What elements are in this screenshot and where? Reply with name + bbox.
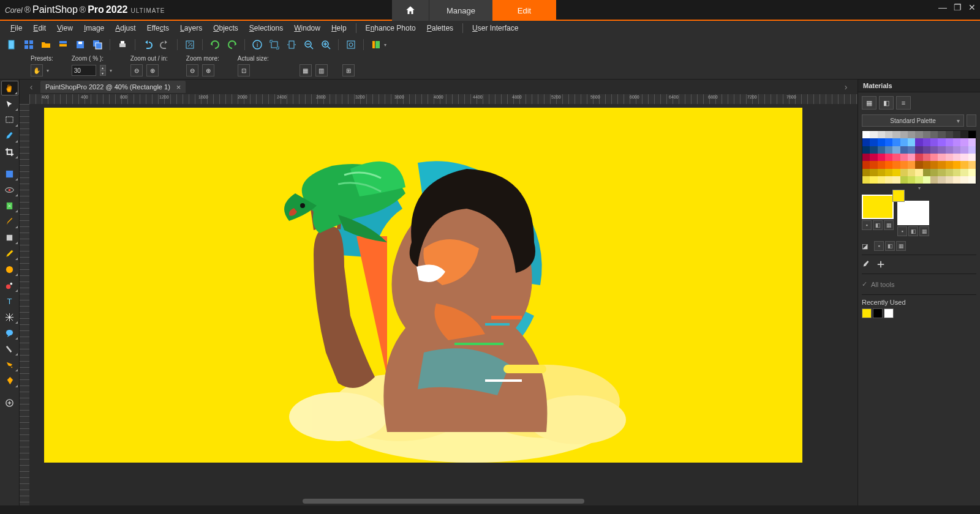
swatch[interactable] [915, 146, 922, 154]
swatch[interactable] [915, 169, 922, 176]
ruler-horizontal[interactable]: 4004008001200160020002400280032003600400… [29, 94, 858, 104]
fit-all-button[interactable]: ▥ [315, 64, 328, 76]
swatch[interactable] [878, 176, 885, 184]
menu-user-interface[interactable]: User Interface [467, 22, 524, 34]
gradient-tool[interactable] [1, 166, 18, 181]
swatch[interactable] [862, 146, 870, 154]
save-as-button[interactable] [91, 38, 104, 51]
swatch[interactable] [878, 154, 885, 161]
undo-button[interactable] [141, 38, 154, 51]
swatch[interactable] [878, 169, 885, 176]
close-button[interactable]: ✕ [968, 3, 976, 12]
swatch[interactable] [878, 161, 885, 168]
swatch[interactable] [915, 161, 922, 168]
add-swatch-icon[interactable] [876, 260, 885, 269]
swatch[interactable] [900, 169, 908, 176]
swatch[interactable] [862, 138, 870, 146]
add-tool-button[interactable] [1, 395, 18, 410]
swatch[interactable] [960, 169, 968, 176]
canvas[interactable] [44, 108, 802, 463]
swatch[interactable] [915, 176, 922, 184]
swatch[interactable] [892, 146, 900, 154]
swatch[interactable] [938, 146, 945, 154]
swatch[interactable] [930, 154, 938, 161]
zoom-in-step-button[interactable]: ⊕ [146, 64, 159, 76]
swatch[interactable] [946, 131, 953, 138]
workspace-button[interactable] [369, 38, 383, 51]
pan-tool[interactable] [1, 81, 18, 95]
fill-tool[interactable] [1, 230, 18, 245]
redo-history-button[interactable] [225, 38, 239, 51]
swatch[interactable] [885, 176, 892, 184]
swatch[interactable] [938, 161, 945, 168]
swatch[interactable] [885, 146, 892, 154]
swatch[interactable] [900, 176, 908, 184]
fit-image-button[interactable]: ⊞ [342, 64, 355, 76]
airbrush-tool[interactable] [1, 357, 18, 372]
materials-slider-icon[interactable]: ≡ [896, 96, 911, 110]
swatch[interactable] [870, 131, 877, 138]
swatch[interactable] [946, 176, 953, 184]
pencil-tool[interactable] [1, 246, 18, 261]
zoom-more-out-button[interactable]: ⊖ [186, 64, 198, 76]
redo-button[interactable] [158, 38, 172, 51]
swatch[interactable] [968, 161, 976, 168]
swatch[interactable] [885, 161, 892, 168]
preset-dropdown[interactable]: ▾ [47, 68, 49, 73]
all-tools-toggle[interactable]: ✓All tools [862, 278, 976, 291]
canvas-viewport[interactable] [29, 104, 858, 496]
swatch[interactable] [900, 154, 908, 161]
menu-image[interactable]: Image [78, 22, 110, 34]
swatch[interactable] [908, 176, 915, 184]
swatch[interactable] [892, 176, 900, 184]
document-tab[interactable]: PaintShopPro 2022 @ 40% (Rectangle 1) × [40, 81, 186, 93]
swatch[interactable] [953, 161, 960, 168]
bucket-tool[interactable] [1, 373, 18, 388]
swatch[interactable] [900, 146, 908, 154]
recent-swatch[interactable] [873, 308, 883, 318]
misc-3[interactable]: ▦ [896, 241, 906, 251]
undo-history-button[interactable] [208, 38, 222, 51]
zoom-in-button[interactable] [319, 38, 333, 51]
eyedropper-icon[interactable] [862, 260, 870, 269]
resize-button[interactable] [183, 38, 197, 51]
swatch[interactable] [870, 161, 877, 168]
horizontal-scrollbar[interactable] [29, 497, 858, 505]
info-button[interactable]: i [251, 38, 264, 51]
swatch[interactable] [946, 146, 953, 154]
swatch[interactable] [953, 154, 960, 161]
menu-objects[interactable]: Objects [208, 22, 244, 34]
fit-width-button[interactable] [285, 38, 298, 51]
swatch[interactable] [930, 146, 938, 154]
pick-tool[interactable] [1, 97, 18, 111]
swatch[interactable] [862, 176, 870, 184]
redeye-tool[interactable] [1, 182, 18, 197]
recent-swatch[interactable] [862, 308, 872, 318]
bg-style-pattern[interactable]: ▦ [919, 226, 929, 236]
selection-tool[interactable] [1, 113, 18, 127]
swatch[interactable] [923, 146, 930, 154]
zoom-more-in-button[interactable]: ⊕ [202, 64, 214, 76]
swatch[interactable] [923, 154, 930, 161]
menu-view[interactable]: View [51, 22, 78, 34]
swatch[interactable] [892, 138, 900, 146]
swatch[interactable] [938, 138, 945, 146]
materials-rainbow-icon[interactable]: ◧ [879, 96, 894, 110]
zoom-input[interactable] [72, 65, 96, 76]
swatch[interactable] [938, 131, 945, 138]
fg-style-solid[interactable]: ▪ [862, 220, 872, 230]
clone-tool[interactable] [1, 278, 18, 292]
swatch[interactable] [892, 131, 900, 138]
swatch[interactable] [960, 154, 968, 161]
swatch[interactable] [946, 169, 953, 176]
close-doc-button[interactable]: × [176, 83, 181, 92]
swatch[interactable] [968, 146, 976, 154]
swatch[interactable] [900, 161, 908, 168]
bg-style-solid[interactable]: ▪ [897, 226, 907, 236]
background-corner-swatch[interactable] [892, 190, 905, 202]
menu-enhance-photo[interactable]: Enhance Photo [360, 22, 421, 34]
zoom-out-step-button[interactable]: ⊖ [130, 64, 143, 76]
swatch[interactable] [892, 161, 900, 168]
menu-window[interactable]: Window [288, 22, 326, 34]
zoom-out-button[interactable] [302, 38, 315, 51]
